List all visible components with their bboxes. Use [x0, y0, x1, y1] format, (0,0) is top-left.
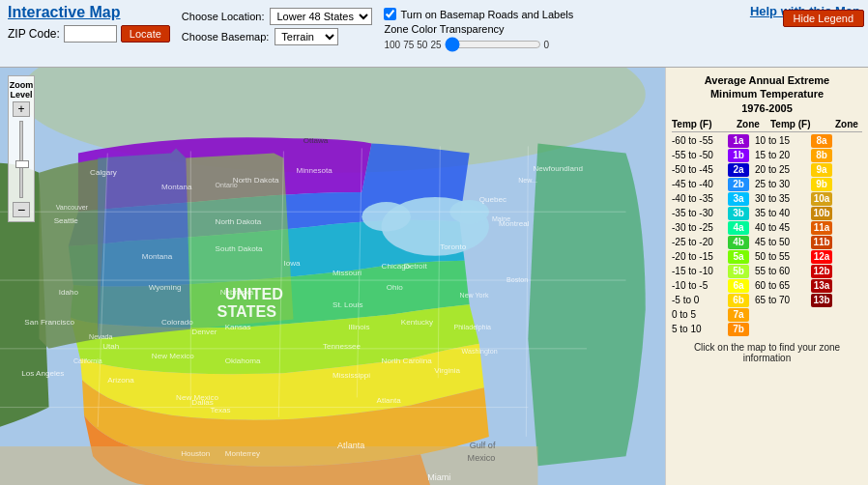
- svg-text:Philadelphia: Philadelphia: [453, 324, 491, 331]
- temp-range-1: -50 to -45: [672, 164, 728, 175]
- temp-range-2: 35 to 40: [755, 208, 811, 218]
- zone-badge-1: 3a: [728, 192, 749, 206]
- svg-text:Idaho: Idaho: [59, 288, 79, 297]
- svg-text:North Dakota: North Dakota: [216, 217, 262, 226]
- temp-range-1: -20 to -15: [672, 251, 728, 262]
- zip-input[interactable]: [64, 25, 117, 43]
- zone-badge-2: 13b: [811, 294, 832, 307]
- title-section: Interactive Map ZIP Code: Locate: [8, 4, 170, 43]
- svg-text:New Mexico: New Mexico: [176, 393, 218, 402]
- svg-rect-5: [0, 446, 537, 485]
- basemap-roads-checkbox[interactable]: [384, 8, 396, 20]
- temp-range-2: 55 to 60: [755, 266, 811, 276]
- svg-text:Atlanta: Atlanta: [337, 441, 365, 450]
- help-hide-container: Help with this Map Hide Legend: [742, 0, 868, 22]
- legend-row: -35 to -303b35 to 4010b: [672, 207, 862, 220]
- zone-badge-2: 11a: [811, 221, 832, 235]
- map-svg: UNITED STATES Calgary Seattle San Franci…: [0, 68, 665, 485]
- transparency-row: 100 75 50 25 0: [384, 37, 549, 52]
- svg-text:Nevada: Nevada: [89, 333, 112, 341]
- zone-badge-1: 5b: [728, 265, 749, 278]
- temp-range-1: -30 to -25: [672, 222, 728, 233]
- trans-tick-75: 75: [403, 40, 414, 50]
- legend-row: -60 to -551a10 to 158a: [672, 134, 862, 148]
- svg-text:Gulf of: Gulf of: [470, 441, 496, 450]
- zoom-plus-button[interactable]: +: [13, 101, 30, 117]
- zone-badge-2: 12a: [811, 250, 832, 264]
- temp-range-2: 45 to 50: [755, 237, 811, 247]
- legend-row: -55 to -501b15 to 208b: [672, 149, 862, 162]
- svg-text:Missouri: Missouri: [333, 269, 362, 277]
- location-select[interactable]: Lower 48 States Alaska Hawaii Puerto Ric…: [270, 8, 372, 25]
- zone-badge-1: 2b: [728, 178, 749, 191]
- trans-tick-100: 100: [384, 40, 400, 50]
- svg-text:Arizona: Arizona: [107, 376, 134, 385]
- location-label: Choose Location:: [182, 11, 265, 22]
- svg-text:Denver: Denver: [191, 328, 217, 336]
- svg-text:Illinois: Illinois: [348, 323, 369, 331]
- svg-text:Vancouver: Vancouver: [56, 204, 89, 212]
- temp-range-2: 10 to 15: [755, 135, 811, 146]
- zone-badge-2: 13a: [811, 279, 832, 293]
- temp-range-2: 25 to 30: [755, 179, 811, 189]
- zone-badge-2: 11b: [811, 236, 832, 249]
- temp-range-1: 5 to 10: [672, 324, 728, 334]
- svg-text:Mexico: Mexico: [468, 453, 496, 463]
- svg-text:Houston: Houston: [181, 449, 210, 458]
- legend-row: -15 to -105b55 to 6012b: [672, 265, 862, 278]
- svg-text:Tennessee: Tennessee: [323, 342, 362, 351]
- temp-range-1: 0 to 5: [672, 309, 728, 320]
- page-title: Interactive Map: [8, 4, 170, 21]
- transparency-label: Zone Color Transparency: [384, 23, 549, 35]
- zone-badge-1: 4a: [728, 221, 749, 235]
- temp-range-1: -15 to -10: [672, 266, 728, 276]
- temp-range-1: -60 to -55: [672, 135, 728, 146]
- temp-range-1: -25 to -20: [672, 237, 728, 247]
- svg-text:Minnesota: Minnesota: [297, 166, 333, 175]
- svg-text:Washington: Washington: [462, 348, 498, 356]
- svg-text:South Dakota: South Dakota: [216, 244, 263, 253]
- zoom-label: Zoom Level: [10, 80, 34, 100]
- svg-text:Ohio: Ohio: [387, 283, 404, 292]
- trans-tick-50: 50: [417, 40, 427, 50]
- zoom-minus-button[interactable]: −: [13, 202, 30, 217]
- svg-text:Wyoming: Wyoming: [149, 283, 182, 292]
- temp-range-2: 40 to 45: [755, 222, 811, 233]
- zone-badge-1: 7a: [728, 308, 749, 322]
- legend-row: -50 to -452a20 to 259a: [672, 163, 862, 177]
- legend-row: 5 to 107b: [672, 323, 862, 336]
- legend-header-row: Temp (F) Zone Temp (F) Zone: [672, 119, 862, 132]
- svg-text:Chicago: Chicago: [382, 262, 411, 271]
- svg-text:Newfoundland: Newfoundland: [533, 164, 583, 173]
- hide-legend-button[interactable]: Hide Legend: [783, 10, 864, 27]
- transparency-slider[interactable]: [445, 37, 541, 52]
- controls-section: Choose Location: Lower 48 States Alaska …: [182, 8, 373, 45]
- map-container[interactable]: UNITED STATES Calgary Seattle San Franci…: [0, 68, 665, 485]
- temp-range-2: 15 to 20: [755, 150, 811, 160]
- zone-badge-1: 3b: [728, 207, 749, 220]
- zone-badge-1: 5a: [728, 250, 749, 264]
- svg-text:Los Angeles: Los Angeles: [21, 369, 64, 378]
- svg-text:Quebec: Quebec: [479, 195, 506, 204]
- zoom-slider-thumb[interactable]: [15, 160, 29, 168]
- basemap-checkbox-row: Turn on Basemap Roads and Labels: [384, 8, 573, 20]
- basemap-select[interactable]: Terrain Street Satellite Topo: [275, 28, 338, 45]
- transparency-section: Zone Color Transparency 100 75 50 25 0: [384, 23, 549, 52]
- svg-text:New York: New York: [460, 292, 489, 300]
- legend-row: -40 to -353a30 to 3510a: [672, 192, 862, 206]
- main-area: UNITED STATES Calgary Seattle San Franci…: [0, 68, 868, 485]
- svg-text:STATES: STATES: [217, 302, 277, 320]
- temp-range-2: 65 to 70: [755, 295, 811, 305]
- svg-text:Iowa: Iowa: [283, 259, 301, 268]
- zone-badge-2: 12b: [811, 265, 832, 278]
- legend-row: 0 to 57a: [672, 308, 862, 322]
- col1-header: Temp (F): [672, 119, 730, 129]
- legend-row: -10 to -56a60 to 6513a: [672, 279, 862, 293]
- temp-range-1: -40 to -35: [672, 193, 728, 204]
- zone-badge-1: 1a: [728, 134, 749, 148]
- legend-row: -30 to -254a40 to 4511a: [672, 221, 862, 235]
- locate-button[interactable]: Locate: [121, 25, 170, 43]
- svg-text:Montana: Montana: [142, 252, 173, 261]
- top-bar: Interactive Map ZIP Code: Locate Choose …: [0, 0, 868, 68]
- zone-badge-2: 8a: [811, 134, 832, 148]
